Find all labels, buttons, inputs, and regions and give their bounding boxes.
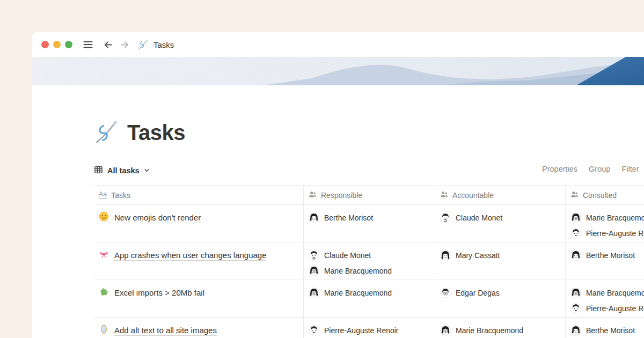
table-header-row: AaTasksResponsibleAccountableConsulted bbox=[94, 185, 644, 205]
column-header-consulted[interactable]: Consulted bbox=[565, 186, 644, 204]
person-name: Mary Cassatt bbox=[456, 251, 500, 260]
person-name: Pierre-Auguste Renoir bbox=[324, 326, 399, 335]
person-name: Pierre-Auguste Renoir bbox=[586, 229, 644, 238]
task-title-link[interactable]: Excel imports > 20Mb fail bbox=[114, 288, 204, 297]
avatar bbox=[570, 228, 581, 239]
back-arrow-icon[interactable] bbox=[103, 39, 114, 50]
table-cell[interactable]: Marie BracquemondPierre-Auguste Renoir bbox=[565, 280, 644, 317]
toolbar-item-properties[interactable]: Properties bbox=[542, 165, 577, 173]
puzzle-emoji bbox=[99, 286, 109, 298]
person-name: Marie Bracquemond bbox=[324, 289, 392, 297]
view-bar: All tasks PropertiesGroupFilter bbox=[94, 163, 644, 179]
table-cell[interactable]: Berthe Morisot bbox=[565, 318, 644, 338]
person-icon bbox=[440, 190, 448, 200]
person-name: Marie Bracquemond bbox=[586, 289, 644, 297]
person-chip[interactable]: Pierre-Auguste Renoir bbox=[570, 300, 644, 316]
page-header: Tasks bbox=[94, 119, 644, 146]
table-cell[interactable]: Claude Monet bbox=[435, 205, 565, 242]
person-chip[interactable]: Marie Bracquemond bbox=[440, 322, 560, 338]
table-cell[interactable]: Marie Bracquemond bbox=[303, 280, 435, 317]
avatar bbox=[570, 250, 581, 261]
task-title-cell[interactable]: Excel imports > 20Mb fail bbox=[94, 280, 303, 317]
avatar bbox=[440, 325, 451, 336]
toolbar-item-filter[interactable]: Filter bbox=[621, 165, 639, 173]
table-cell[interactable]: Marie Bracquemond bbox=[435, 318, 565, 338]
table-cell[interactable]: Berthe Morisot bbox=[565, 243, 644, 280]
task-title-link[interactable]: Add alt text to all site images bbox=[114, 326, 217, 335]
person-chip[interactable]: Marie Bracquemond bbox=[570, 210, 644, 225]
person-name: Berthe Morisot bbox=[324, 214, 373, 222]
table-row: New emojis don't renderBerthe MorisotCla… bbox=[94, 205, 644, 243]
person-name: Pierre-Auguste Renoir bbox=[586, 304, 644, 313]
needle-thread-emoji[interactable] bbox=[94, 120, 119, 145]
person-chip[interactable]: Berthe Morisot bbox=[309, 210, 430, 225]
column-label: Responsible bbox=[321, 191, 362, 200]
table-cell[interactable]: Berthe Morisot bbox=[303, 205, 435, 242]
table-cell[interactable]: Edgar Degas bbox=[435, 280, 565, 317]
table-cell[interactable]: Mary Cassatt bbox=[435, 243, 565, 280]
table-cell[interactable]: Marie BracquemondPierre-Auguste Renoir bbox=[565, 205, 644, 242]
table-cell[interactable]: Pierre-Auguste Renoir bbox=[303, 318, 435, 338]
titlebar-page-title: Tasks bbox=[153, 40, 174, 49]
bow-emoji bbox=[99, 249, 109, 261]
avatar bbox=[309, 288, 319, 298]
person-name: Marie Bracquemond bbox=[456, 326, 523, 335]
avatar bbox=[309, 212, 319, 223]
avatar bbox=[309, 266, 319, 276]
task-title-cell[interactable]: App crashes when user changes language bbox=[94, 243, 303, 280]
person-chip[interactable]: Pierre-Auguste Renoir bbox=[570, 225, 644, 241]
person-icon bbox=[309, 190, 317, 200]
page-cover-image[interactable] bbox=[32, 57, 644, 85]
table-row: Excel imports > 20Mb failMarie Bracquemo… bbox=[94, 280, 644, 318]
avatar bbox=[570, 212, 581, 223]
close-window-button[interactable] bbox=[41, 41, 49, 48]
avatar bbox=[309, 250, 319, 261]
table-view-icon bbox=[94, 165, 103, 177]
person-icon bbox=[570, 190, 579, 200]
person-chip[interactable]: Claude Monet bbox=[440, 210, 560, 225]
toolbar-item-group[interactable]: Group bbox=[589, 165, 610, 173]
person-name: Claude Monet bbox=[456, 214, 502, 222]
minimize-window-button[interactable] bbox=[53, 41, 61, 48]
person-name: Edgar Degas bbox=[456, 289, 500, 297]
avatar bbox=[570, 303, 581, 314]
view-switcher[interactable]: All tasks bbox=[94, 165, 150, 177]
avatar bbox=[440, 212, 451, 223]
window-titlebar: Tasks bbox=[32, 32, 644, 57]
avatar bbox=[440, 250, 451, 261]
task-title-link[interactable]: New emojis don't render bbox=[114, 213, 201, 222]
chevron-down-icon bbox=[144, 166, 150, 175]
person-chip[interactable]: Edgar Degas bbox=[440, 285, 560, 300]
zoom-window-button[interactable] bbox=[65, 41, 72, 48]
column-label: Consulted bbox=[583, 191, 617, 200]
person-chip[interactable]: Marie Bracquemond bbox=[570, 285, 644, 300]
smiley-emoji bbox=[99, 211, 109, 223]
person-chip[interactable]: Marie Bracquemond bbox=[309, 263, 430, 278]
task-title-cell[interactable]: New emojis don't render bbox=[94, 205, 303, 242]
page-title[interactable]: Tasks bbox=[127, 121, 185, 145]
column-header-accountable[interactable]: Accountable bbox=[435, 186, 565, 204]
view-name: All tasks bbox=[107, 166, 140, 175]
page-content: Tasks All tasks PropertiesGro bbox=[32, 119, 644, 338]
person-chip[interactable]: Berthe Morisot bbox=[570, 247, 644, 263]
table-cell[interactable]: Claude MonetMarie Bracquemond bbox=[303, 243, 435, 280]
task-title-cell[interactable]: Add alt text to all site images bbox=[94, 318, 303, 338]
mountain-cover-graphic bbox=[32, 57, 644, 85]
column-label: Accountable bbox=[452, 191, 494, 200]
person-chip[interactable]: Berthe Morisot bbox=[570, 322, 644, 338]
task-title-link[interactable]: App crashes when user changes language bbox=[114, 251, 267, 260]
column-header-tasks[interactable]: AaTasks bbox=[94, 186, 303, 204]
column-label: Tasks bbox=[111, 191, 130, 200]
avatar bbox=[570, 325, 581, 336]
person-chip[interactable]: Pierre-Auguste Renoir bbox=[309, 322, 430, 338]
person-chip[interactable]: Mary Cassatt bbox=[440, 247, 560, 263]
person-chip[interactable]: Claude Monet bbox=[309, 247, 430, 263]
person-chip[interactable]: Marie Bracquemond bbox=[309, 285, 430, 300]
forward-arrow-icon[interactable] bbox=[119, 39, 130, 50]
person-name: Berthe Morisot bbox=[586, 251, 635, 260]
avatar bbox=[570, 288, 581, 298]
app-window: Tasks bbox=[32, 32, 644, 338]
hamburger-menu-icon[interactable] bbox=[82, 39, 94, 50]
column-header-responsible[interactable]: Responsible bbox=[303, 186, 435, 204]
person-name: Berthe Morisot bbox=[586, 326, 635, 335]
